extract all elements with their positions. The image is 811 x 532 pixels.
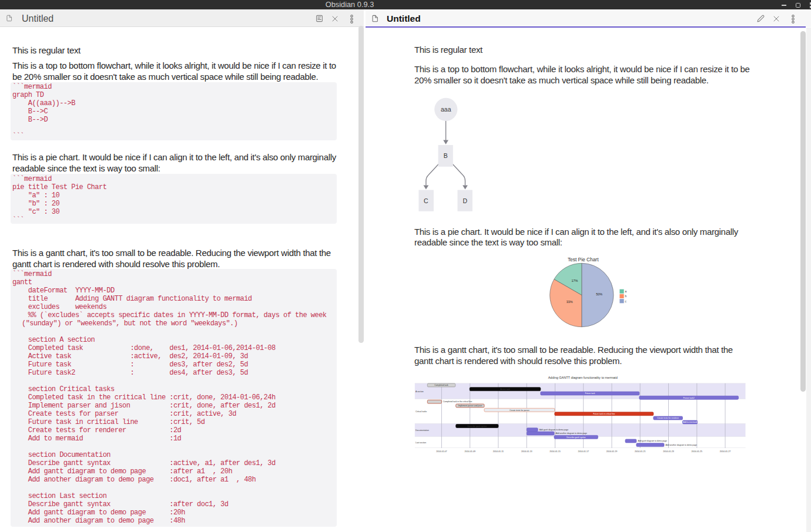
svg-text:Describe gantt syntax: Describe gantt syntax — [567, 436, 586, 439]
svg-text:Add gantt diagram to demo page: Add gantt diagram to demo page — [539, 429, 569, 431]
svg-text:Add another diagram to demo pa: Add another diagram to demo page — [556, 432, 587, 435]
svg-text:2014-01-27: 2014-01-27 — [720, 450, 730, 453]
svg-text:33%: 33% — [567, 300, 573, 304]
svg-text:2014-01-23: 2014-01-23 — [663, 450, 673, 453]
svg-text:2014-01-15: 2014-01-15 — [549, 450, 560, 453]
svg-text:2014-01-17: 2014-01-17 — [578, 450, 589, 453]
svg-text:Future task2: Future task2 — [683, 397, 695, 399]
svg-text:2014-01-09: 2014-01-09 — [465, 450, 475, 453]
svg-text:a: a — [625, 290, 627, 293]
svg-text:Future task in critical line: Future task in critical line — [593, 413, 615, 415]
svg-text:B: B — [444, 152, 448, 159]
svg-text:Completed task: Completed task — [434, 384, 448, 386]
svg-text:Create tests for renderer: Create tests for renderer — [657, 417, 679, 419]
svg-text:aaa: aaa — [441, 106, 451, 113]
svg-text:A section: A section — [415, 390, 424, 393]
svg-text:Create tests for parser: Create tests for parser — [510, 409, 530, 412]
svg-text:Future task: Future task — [585, 392, 595, 395]
svg-text:Last section: Last section — [415, 442, 426, 444]
svg-text:Add gantt diagram to demo page: Add gantt diagram to demo page — [638, 440, 667, 442]
svg-text:17%: 17% — [572, 279, 578, 282]
svg-text:2014-01-11: 2014-01-11 — [493, 450, 504, 453]
svg-text:b: b — [625, 295, 627, 298]
svg-text:Documentation: Documentation — [415, 429, 429, 432]
svg-text:C: C — [424, 197, 428, 204]
svg-text:Implement parser and jison: Implement parser and jison — [458, 405, 482, 407]
svg-text:Active task: Active task — [500, 388, 510, 390]
svg-text:c: c — [625, 300, 627, 303]
svg-text:Test Pie Chart: Test Pie Chart — [568, 257, 599, 262]
svg-text:2014-01-19: 2014-01-19 — [606, 450, 617, 453]
svg-text:50%: 50% — [596, 292, 602, 296]
svg-text:Add to mermaid: Add to mermaid — [683, 421, 697, 423]
svg-text:D: D — [463, 197, 467, 204]
svg-text:Add another diagram to demo pa: Add another diagram to demo page — [666, 444, 697, 446]
svg-text:2014-01-13: 2014-01-13 — [521, 450, 532, 453]
svg-text:Critical tasks: Critical tasks — [415, 410, 427, 413]
svg-text:2014-01-21: 2014-01-21 — [635, 450, 645, 453]
svg-text:Describe gantt syntax: Describe gantt syntax — [468, 425, 487, 427]
svg-text:2014-01-25: 2014-01-25 — [692, 450, 702, 453]
svg-text:Adding GANTT diagram functiona: Adding GANTT diagram functionality to me… — [548, 376, 618, 379]
svg-text:Completed task in the critical: Completed task in the critical line — [443, 400, 472, 403]
svg-text:2014-01-07: 2014-01-07 — [436, 450, 447, 453]
